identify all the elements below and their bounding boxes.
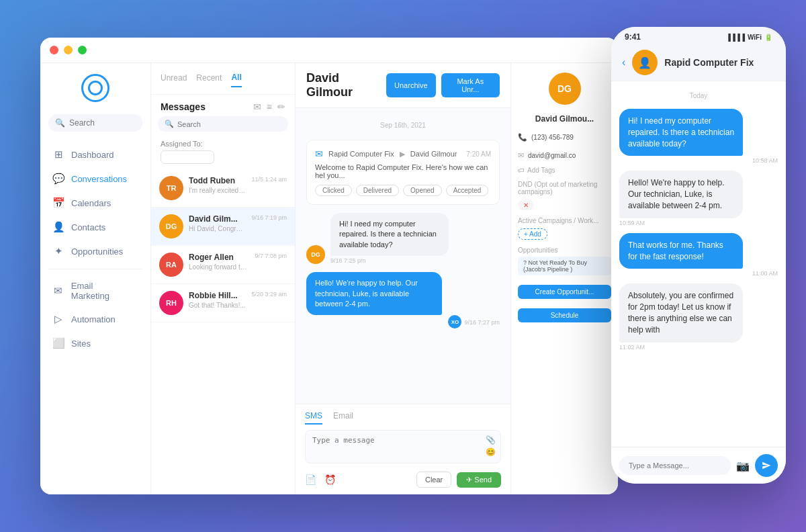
phone-send-button[interactable]: [755, 454, 778, 477]
remove-opt-out-button[interactable]: ✕: [523, 202, 529, 209]
tab-sms[interactable]: SMS: [305, 411, 322, 425]
close-button[interactable]: [50, 46, 58, 54]
maximize-button[interactable]: [78, 46, 87, 54]
phone-message-input[interactable]: [619, 456, 731, 475]
conversation-item-todd[interactable]: TR Todd Ruben I'm really excited about..…: [151, 169, 295, 208]
conversation-item-robbie[interactable]: RH Robbie Hill... Got that! Thanks!... 5…: [151, 284, 295, 322]
desktop-window: 🔍 ⊞ Dashboard 💬 Conversations 📅 Calendar…: [40, 38, 618, 494]
phone-message-content: That works for me. Thanks for the fast r…: [619, 233, 778, 277]
input-tools-left: 📄 ⏰: [305, 474, 336, 485]
conv-info: David Gilm... Hi David, Congrats!...: [189, 214, 246, 232]
message-row-incoming: DG Hi! I need my computer repaired. Is t…: [306, 213, 500, 264]
clear-button[interactable]: Clear: [416, 472, 451, 488]
conv-preview: Looking forward to he...: [189, 263, 249, 271]
phone-message-row: Absolutely, you are confirmed for 2pm to…: [619, 283, 778, 350]
conv-name: Robbie Hill...: [189, 291, 246, 300]
phone-bubble: That works for me. Thanks for the fast r…: [619, 233, 743, 269]
minimize-button[interactable]: [64, 46, 73, 54]
opportunities-section: Opportunities ? Not Yet Ready To Buy (Ja…: [518, 247, 611, 275]
phone-message-content: Hi! I need my computer repaired. Is ther…: [619, 109, 778, 164]
message-avatar: DG: [306, 245, 325, 264]
search-icon: 🔍: [55, 118, 65, 128]
phone-contact-avatar: 👤: [632, 50, 658, 75]
message-time: 9/16 7:25 pm: [330, 257, 500, 264]
sidebar-item-sites[interactable]: ⬜ Sites: [40, 331, 145, 355]
conv-info: Roger Allen Looking forward to he...: [189, 253, 249, 271]
tag-clicked: Clicked: [315, 185, 352, 196]
avatar-rh: RH: [159, 291, 183, 315]
conv-preview: Hi David, Congrats!...: [189, 225, 246, 232]
envelope-icon: ✉: [253, 101, 261, 112]
schedule-button[interactable]: Schedule: [518, 308, 611, 322]
email-icon: ✉: [315, 148, 323, 159]
sidebar-item-contacts[interactable]: 👤 Contacts: [40, 215, 145, 239]
message-input[interactable]: [305, 430, 501, 463]
sidebar-item-conversations[interactable]: 💬 Conversations: [40, 167, 145, 191]
search-icon: 🔍: [165, 120, 174, 128]
chat-messages: Sep 16th, 2021 ✉ Rapid Computer Fix ▶ Da…: [296, 108, 510, 404]
back-button[interactable]: ‹: [622, 56, 625, 69]
chat-header: David Gilmour Unarchive Mark As Unr...: [296, 63, 510, 108]
sidebar-item-email-marketing[interactable]: ✉ Email Marketing: [40, 275, 145, 307]
sites-icon: ⬜: [52, 337, 64, 349]
sidebar-item-dashboard[interactable]: ⊞ Dashboard: [40, 142, 145, 167]
tab-unread[interactable]: Unread: [161, 73, 187, 87]
create-opportunity-button[interactable]: Create Opportunit...: [518, 285, 611, 299]
conv-name: Roger Allen: [189, 253, 249, 262]
contact-phone: 📞 (123) 456-789: [518, 133, 611, 142]
attachment-icon: 📎: [486, 435, 496, 445]
email-address: david@gmail.co: [528, 152, 576, 159]
mark-unread-button[interactable]: Mark As Unr...: [441, 73, 500, 97]
sidebar-item-automation[interactable]: ▷ Automation: [40, 307, 145, 331]
email-icon: ✉: [518, 151, 524, 160]
campaigns-section: Active Campaigns / Work... + Add: [518, 217, 611, 240]
tab-recent[interactable]: Recent: [196, 73, 222, 87]
message-content: Hi! I need my computer repaired. Is ther…: [330, 213, 500, 264]
message-bubble: Hello! We're happy to help. Our technici…: [306, 272, 442, 315]
tab-email[interactable]: Email: [333, 411, 353, 425]
conv-preview: I'm really excited about...: [189, 187, 246, 194]
send-button[interactable]: ✈ Send: [457, 472, 501, 488]
tags-icon-row: 🏷 Add Tags: [518, 167, 611, 174]
clock-icon[interactable]: ⏰: [324, 474, 336, 485]
add-campaign-button[interactable]: + Add: [518, 228, 547, 240]
phone-time: 9:41: [625, 32, 641, 42]
message-content: Hello! We're happy to help. Our technici…: [306, 272, 500, 328]
camera-icon[interactable]: 📷: [736, 459, 750, 472]
sidebar-item-calendars[interactable]: 📅 Calendars: [40, 191, 145, 215]
edit-icon[interactable]: ✏: [277, 101, 285, 112]
contact-avatar-large: DG: [549, 73, 581, 105]
opportunity-badge: ? Not Yet Ready To Buy (Jacob's Pipeline…: [518, 257, 611, 275]
avatar-ra: RA: [159, 253, 183, 277]
messages-search[interactable]: 🔍: [158, 116, 288, 132]
messages-title: Messages: [161, 101, 206, 112]
automation-icon: ▷: [52, 313, 64, 325]
sidebar-search[interactable]: 🔍: [48, 114, 142, 132]
phone-message-row: Hello! We're happy to help. Our technici…: [619, 171, 778, 226]
status-icons: ▐▐▐▐ WiFi 🔋: [726, 34, 772, 41]
conversation-item-roger[interactable]: RA Roger Allen Looking forward to he... …: [151, 246, 295, 284]
phone-message-row: That works for me. Thanks for the fast r…: [619, 233, 778, 277]
conv-name: Todd Ruben: [189, 176, 246, 185]
messages-panel: Unread Recent All Messages ✉ ≡ ✏ 🔍 Assig…: [151, 63, 296, 494]
sidebar-item-label: Opportunities: [71, 247, 123, 257]
chat-input-area: SMS Email 📎 😊 📄 ⏰ Clear: [296, 404, 510, 494]
messages-search-input[interactable]: [177, 120, 281, 128]
email-tags: Clicked Delivered Opened Accepted: [315, 185, 491, 196]
conv-date: 9/7 7:08 pm: [255, 253, 287, 259]
input-tools-right: Clear ✈ Send: [416, 472, 501, 488]
phone-number: (123) 456-789: [531, 134, 574, 141]
sidebar-item-label: Email Marketing: [71, 281, 133, 301]
conv-date: 5/20 3:29 am: [251, 291, 287, 298]
sidebar-item-label: Contacts: [71, 222, 105, 232]
sidebar-search-input[interactable]: [69, 118, 136, 128]
tab-all[interactable]: All: [231, 73, 241, 87]
conversation-item-david[interactable]: DG David Gilm... Hi David, Congrats!... …: [151, 208, 295, 246]
email-sender: Rapid Computer Fix: [328, 150, 394, 158]
unarchive-button[interactable]: Unarchive: [386, 73, 436, 97]
file-icon[interactable]: 📄: [305, 474, 316, 485]
avatar-dg: DG: [159, 214, 183, 238]
assigned-to-input[interactable]: [161, 150, 214, 164]
sidebar-item-opportunities[interactable]: ✦ Opportunities: [40, 239, 145, 263]
tags-label: Add Tags: [527, 167, 555, 174]
